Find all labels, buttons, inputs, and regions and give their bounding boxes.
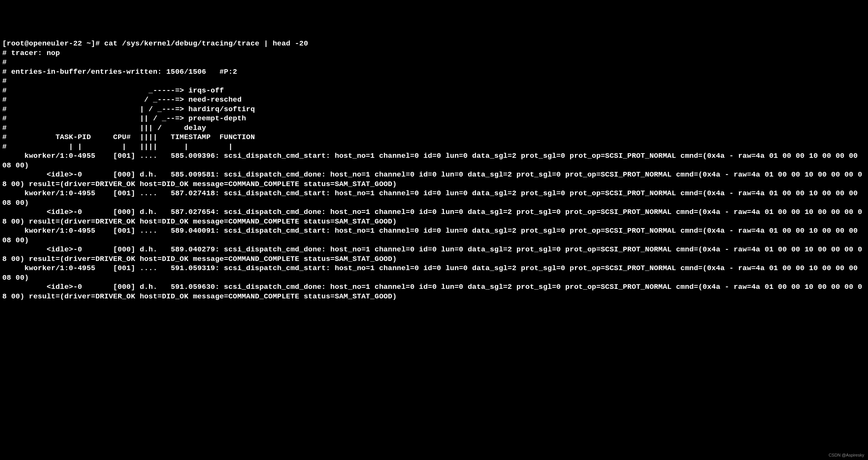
trace-entry: kworker/1:0-4955 [001] .... 589.040091: …: [2, 227, 862, 245]
trace-entry: kworker/1:0-4955 [001] .... 587.027418: …: [2, 189, 862, 207]
trace-header-line: #: [2, 77, 7, 85]
trace-entry: <idle>-0 [000] d.h. 585.009581: scsi_dis…: [2, 170, 862, 188]
trace-header-line: # || / _--=> preempt-depth: [2, 114, 246, 123]
trace-entry: <idle>-0 [000] d.h. 589.040279: scsi_dis…: [2, 245, 862, 263]
trace-header-line: #: [2, 58, 7, 66]
trace-entry: <idle>-0 [000] d.h. 591.059630: scsi_dis…: [2, 283, 862, 301]
trace-header-line: # tracer: nop: [2, 49, 60, 57]
trace-entry: kworker/1:0-4955 [001] .... 585.009396: …: [2, 152, 862, 170]
shell-command: cat /sys/kernel/debug/tracing/trace | he…: [104, 39, 308, 48]
trace-header-line: # | | | |||| | |: [2, 143, 233, 151]
trace-entry: <idle>-0 [000] d.h. 587.027654: scsi_dis…: [2, 208, 862, 226]
trace-header-line: # entries-in-buffer/entries-written: 150…: [2, 68, 237, 76]
trace-header-line: # / _----=> need-resched: [2, 96, 242, 104]
trace-header-line: # TASK-PID CPU# |||| TIMESTAMP FUNCTION: [2, 133, 255, 141]
trace-header-line: # | / _---=> hardirq/softirq: [2, 105, 255, 113]
terminal-output: [root@openeuler-22 ~]# cat /sys/kernel/d…: [2, 39, 866, 301]
trace-entry: kworker/1:0-4955 [001] .... 591.059319: …: [2, 264, 862, 282]
trace-header-line: # ||| / delay: [2, 124, 206, 132]
shell-prompt: [root@openeuler-22 ~]#: [2, 39, 104, 48]
trace-header-line: # _-----=> irqs-off: [2, 86, 224, 95]
